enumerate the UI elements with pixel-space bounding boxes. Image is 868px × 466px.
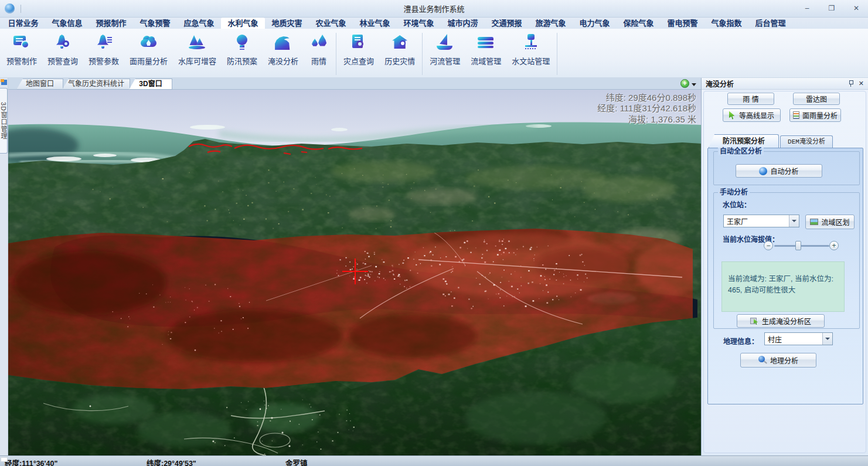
station-label: 水位站： [723, 199, 751, 209]
menu-item-daily-business[interactable]: 日常业务 [1, 18, 45, 29]
flood-wave-icon [273, 33, 293, 52]
toolbar-item-warning-create[interactable]: 预警制作 [1, 33, 42, 67]
close-button[interactable]: ✕ [848, 2, 864, 14]
menu-item-environment-weather[interactable]: 环境气象 [397, 18, 441, 29]
tab-list-dropdown-icon[interactable] [692, 83, 696, 86]
toolbar-label: 水库可增容 [178, 55, 216, 66]
toolbar-separator [336, 33, 336, 75]
slider-minus-button[interactable]: − [764, 241, 773, 250]
menu-item-forestry-weather[interactable]: 林业气象 [353, 18, 397, 29]
toolbar-item-warning-params[interactable]: 预警参数 [83, 33, 124, 67]
house-history-icon [390, 33, 410, 52]
tab-dem-inundation-analysis[interactable]: DEM淹没分析 [780, 135, 833, 148]
toolbar-item-basin-management[interactable]: 流域管理 [465, 33, 506, 67]
toolbar-item-inundation-analysis[interactable]: 淹没分析 [263, 33, 304, 67]
status-town: 金罗镇 [285, 457, 308, 466]
areal-rainfall-button[interactable]: 面雨量分析 [789, 108, 841, 122]
basin-picture-icon [810, 219, 818, 225]
lightbulb-icon [232, 33, 252, 52]
combo-arrow-button[interactable] [822, 333, 832, 345]
contour-display-button[interactable]: 等高线显示 [723, 108, 781, 122]
toolbar-item-disaster-point-query[interactable]: 灾点查询 [338, 33, 379, 67]
manual-group-title: 手动分析 [718, 189, 750, 196]
sidebar-tab-3d-window-manager[interactable]: 3D窗口管理 [0, 88, 8, 154]
pin-icon[interactable] [848, 80, 853, 87]
station-combobox[interactable]: 王家厂 [723, 215, 799, 227]
title-bar: 澧县业务制作系统 – ❐ ✕ [0, 0, 868, 18]
document-tabstrip: 地图窗口 气象历史资料统计 3D窗口 + [8, 78, 701, 90]
toolbar-item-warning-query[interactable]: 预警查询 [42, 33, 83, 67]
slider-plus-button[interactable]: + [829, 241, 839, 250]
menu-item-tourism-weather[interactable]: 旅游气象 [529, 18, 573, 29]
raindrops-icon [309, 33, 329, 52]
radar-image-button[interactable]: 雷达图 [793, 93, 840, 105]
tab-flood-plan-analysis[interactable]: 防汛预案分析 [709, 134, 779, 148]
toolbar-item-areal-rainfall-analysis[interactable]: 面雨量分析 [124, 33, 173, 67]
map-3d-viewport[interactable]: 纬度: 29度46分0.898秒 经度: 111度31分42.618秒 海拔: … [8, 90, 701, 455]
menu-item-power-weather[interactable]: 电力气象 [573, 18, 617, 29]
status-latitude: 纬度:29°49'53" [147, 457, 196, 466]
menu-bar: 日常业务 气象信息 预报制作 气象预警 应急气象 水利气象 地质灾害 农业气象 … [0, 18, 868, 29]
panel-close-icon[interactable]: ✕ [859, 80, 864, 87]
tab-map-window[interactable]: 地图窗口 [16, 79, 63, 90]
menu-item-backend-management[interactable]: 后台管理 [748, 18, 792, 29]
corner-box [1, 457, 8, 462]
toolbar-item-flood-prevention-plan[interactable]: 防汛预案 [222, 33, 263, 67]
menu-item-traffic-forecast[interactable]: 交通预报 [485, 18, 529, 29]
toolbar-item-rain-condition[interactable]: 雨情 [304, 33, 334, 67]
minimize-button[interactable]: – [799, 2, 815, 14]
menu-item-emergency-weather[interactable]: 应急气象 [177, 18, 221, 29]
toolbar-label: 历史灾情 [384, 55, 415, 66]
maximize-button[interactable]: ❐ [823, 2, 840, 14]
geo-analyze-button[interactable]: 地理分析 [740, 353, 816, 368]
menu-item-hydrology-weather[interactable]: 水利气象 [221, 18, 265, 29]
window-layout-icon [1, 80, 7, 85]
dropdown-arrow-icon [792, 220, 796, 222]
longitude-readout: 经度: 111度31分42.618秒 [597, 103, 696, 114]
auto-analyze-button[interactable]: 自动分析 [736, 164, 822, 178]
tab-3d-window[interactable]: 3D窗口 [129, 79, 172, 90]
left-dock-strip: 3D窗口管理 [0, 78, 8, 455]
toolbar-item-river-management[interactable]: 河流管理 [424, 33, 465, 67]
add-tab-button[interactable]: + [680, 79, 689, 88]
toolbar-item-reservoir-capacity[interactable]: 水库可增容 [173, 33, 222, 67]
menu-item-lightning-warning[interactable]: 雷电预警 [661, 18, 704, 29]
toolbar-item-hydrostation-management[interactable]: 水文站管理 [506, 33, 555, 67]
terrain-scene [8, 90, 701, 455]
rain-condition-button[interactable]: 雨 情 [727, 93, 774, 105]
geo-info-value: 村庄 [765, 334, 822, 344]
menu-item-agriculture-weather[interactable]: 农业气象 [309, 18, 353, 29]
menu-item-geological-disaster[interactable]: 地质灾害 [265, 18, 309, 29]
station-value: 王家厂 [724, 216, 789, 226]
toolbar-item-historical-disasters[interactable]: 历史灾情 [379, 33, 420, 67]
toolbar-separator [422, 33, 423, 75]
reservoir-trees-icon [188, 33, 207, 52]
basin-zoning-button[interactable]: 流域区划 [805, 215, 855, 229]
menu-item-forecast-production[interactable]: 预报制作 [89, 18, 133, 29]
bell-list-icon [94, 33, 114, 52]
generate-inundation-zone-button[interactable]: 生成淹没分析区 [737, 314, 825, 328]
toolbar-label: 雨情 [311, 55, 326, 66]
menu-item-weather-index[interactable]: 气象指数 [704, 18, 748, 29]
menu-item-weather-info[interactable]: 气象信息 [45, 18, 89, 29]
cloud-raindrop-icon [139, 33, 159, 52]
slider-track[interactable] [774, 245, 829, 247]
doc-edit-icon [12, 33, 32, 52]
combo-arrow-button[interactable] [789, 215, 799, 227]
cursor-coordinates-overlay: 纬度: 29度46分0.898秒 经度: 111度31分42.618秒 海拔: … [597, 93, 696, 125]
flood-status-infobox: 当前流域为: 王家厂, 当前水位为: 465, 启动可能性很大 [721, 261, 845, 312]
menu-item-urban-waterlogging[interactable]: 城市内涝 [441, 18, 485, 29]
button-label: 面雨量分析 [802, 110, 838, 120]
slider-handle[interactable] [795, 241, 801, 250]
tab-weather-history-stats[interactable]: 气象历史资料统计 [62, 79, 130, 90]
menu-item-insurance-weather[interactable]: 保险气象 [617, 18, 661, 29]
status-longitude: 经度:111°36'40" [5, 457, 57, 466]
geo-info-combobox[interactable]: 村庄 [764, 332, 833, 345]
toolbar-label: 河流管理 [430, 55, 460, 66]
toolbar-label: 水文站管理 [512, 55, 550, 66]
toolbar-label: 流域管理 [471, 55, 501, 66]
toolbar-separator [557, 33, 557, 75]
hydro-station-icon [521, 33, 541, 52]
window-title: 澧县业务制作系统 [0, 3, 868, 14]
menu-item-weather-warning[interactable]: 气象预警 [133, 18, 177, 29]
